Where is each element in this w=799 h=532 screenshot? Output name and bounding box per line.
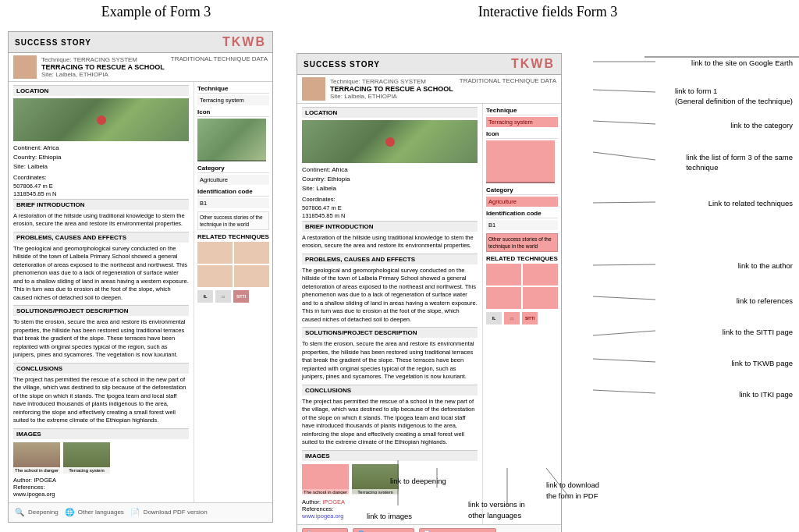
languages-btn[interactable]: Other languages: [63, 506, 124, 519]
interactive-trad-label: TRADITIONAL TECHNIQUE DATA: [458, 77, 556, 101]
trad-label: TRADITIONAL TECHNIQUE DATA: [169, 55, 268, 79]
interactive-brief-intro-header: BRIEF INTRODUCTION: [302, 221, 478, 232]
problems-header: PROBLEMS, CAUSES AND EFFECTS: [13, 232, 189, 243]
interactive-form-body: LOCATION Continent: Africa Country: Ethi…: [297, 104, 561, 524]
interactive-related-item-3[interactable]: [486, 287, 521, 309]
location-text: Continent: Africa Country: Ethiopia Site…: [13, 144, 189, 172]
images-row: The school in danger Terracing system: [13, 442, 189, 473]
coordinates: Coordinates: 507806.47 m E 1318545.85 m …: [13, 174, 189, 199]
deepening-btn[interactable]: Deepening: [13, 506, 59, 519]
interactive-logo-box-1[interactable]: IL: [486, 312, 502, 325]
interactive-sidebar-technique-value[interactable]: Terracing system: [486, 117, 558, 127]
left-section-title: Example of Form 3: [8, 4, 304, 27]
project-name: TERRACING TO RESCUE A SCHOOL: [41, 63, 165, 71]
logo-box-1: IL: [197, 290, 213, 303]
interactive-solutions-text: To stem the erosion, secure the area and…: [302, 340, 478, 381]
brief-intro-text: A restoration of the hillside using trad…: [13, 212, 189, 229]
interactive-technique-info: Technique: TERRACING SYSTEM TERRACING TO…: [330, 77, 453, 101]
logo-icons: IL □ SITTI: [197, 290, 269, 303]
interactive-sidebar-id-value: B1: [486, 220, 558, 230]
related-item-1: [197, 242, 233, 264]
interactive-form-main: LOCATION Continent: Africa Country: Ethi…: [297, 104, 483, 524]
interactive-images-header: IMAGES: [302, 450, 478, 461]
interactive-project-name: TERRACING TO RESCUE A SCHOOL: [330, 85, 453, 93]
technique-thumb: [13, 55, 37, 79]
sidebar-technique-label: Technique: [197, 85, 269, 94]
interactive-other-stories-box[interactable]: Other success stories of the technique i…: [486, 233, 558, 252]
interactive-location-map[interactable]: [302, 120, 478, 163]
interactive-story-label: SUCCESS STORY: [304, 60, 380, 69]
technique-name-label: Technique: TERRACING SYSTEM: [41, 56, 165, 63]
sidebar-category-value: Agriculture: [197, 175, 269, 185]
story-label: SUCCESS STORY: [15, 38, 91, 47]
image-thumb-2: Terracing system: [63, 442, 110, 473]
related-grid: [197, 242, 269, 287]
interactive-bottom-icons: 🔍 Deepening 🌐 Other languages 📄 Download…: [302, 528, 496, 533]
interactive-related-item-2[interactable]: [523, 264, 558, 286]
interactive-form-title: Interactive fields Form 3: [304, 4, 791, 20]
solutions-text: To stem the erosion, secure the area and…: [13, 318, 189, 360]
interactive-technique-name: Technique: TERRACING SYSTEM: [330, 78, 453, 85]
conclusions-text: The project has permitted the rescue of …: [13, 376, 189, 425]
interactive-problems-text: The geological and geomorphological surv…: [302, 267, 478, 325]
interactive-form-panel: SUCCESS STORY TKWB Technique: TERRACING …: [297, 53, 562, 532]
images-header: IMAGES: [13, 428, 189, 439]
related-item-2: [234, 242, 269, 264]
interactive-related-grid: [486, 264, 558, 309]
top-titles: Example of Form 3 Interactive fields For…: [8, 4, 791, 27]
interactive-logo-box-sitti[interactable]: SITTI: [522, 312, 538, 325]
location-header: LOCATION: [13, 85, 189, 96]
interactive-conclusions-text: The project has permitted the rescue of …: [302, 398, 478, 447]
right-section-title: Interactive fields Form 3: [304, 4, 791, 27]
langs-icon: [63, 506, 76, 519]
interactive-form-header: SUCCESS STORY TKWB: [297, 54, 561, 75]
related-techniques-label: RELATED TECHNIQUES: [197, 233, 269, 240]
technique-info: Technique: TERRACING SYSTEM TERRACING TO…: [41, 55, 165, 79]
interactive-related-item-1[interactable]: [486, 264, 521, 286]
conclusions-header: CONCLUSIONS: [13, 363, 189, 374]
interactive-site-name: Site: Lalbela, ETHIOPIA: [330, 93, 453, 100]
brief-intro-header: BRIEF INTRODUCTION: [13, 199, 189, 210]
image-thumb-1: The school in danger: [13, 442, 60, 473]
sidebar-id-label: Identification code: [197, 188, 269, 197]
interactive-sidebar-category-value[interactable]: Agriculture: [486, 197, 558, 207]
interactive-languages-btn[interactable]: 🌐 Other languages: [353, 528, 414, 533]
magnify-icon: [13, 506, 26, 519]
sidebar-technique-value: Terracing system: [197, 95, 269, 105]
pdf-icon: [129, 506, 141, 519]
interactive-conclusions-header: CONCLUSIONS: [302, 385, 478, 395]
interactive-sidebar-technique-label: Technique: [486, 107, 558, 115]
interactive-deepening-btn[interactable]: 🔍 Deepening: [302, 528, 348, 533]
interactive-image-thumb-2[interactable]: Terracing system: [352, 464, 399, 495]
interactive-tkwb-logo: TKWB: [511, 57, 555, 71]
forms-row: SUCCESS STORY TKWB Technique: TERRACING …: [8, 31, 791, 532]
related-item-3: [197, 265, 233, 287]
site-name: Site: Lalbela, ETHIOPIA: [41, 71, 165, 78]
form-bottom-bar: Deepening Other languages Download PDF v…: [9, 502, 272, 522]
tkwb-logo: TKWB: [222, 35, 266, 49]
interactive-technique-bar: Technique: TERRACING SYSTEM TERRACING TO…: [297, 75, 561, 104]
interactive-location-header: LOCATION: [302, 107, 478, 118]
form-main: LOCATION Continent: Africa Country: Ethi…: [9, 82, 194, 502]
interactive-solutions-header: SOLUTIONS/PROJECT DESCRIPTION: [302, 327, 478, 338]
interactive-pdf-btn[interactable]: 📄 Download PDF version: [419, 528, 497, 533]
interactive-author-section: Author: IPOGEA References: www.ipogea.or…: [302, 497, 478, 521]
interactive-sidebar-icon-image[interactable]: [486, 140, 555, 183]
interactive-related-techniques-label: RELATED TECHNIQUES: [486, 255, 558, 262]
author-section: Author: IPOGEA References: www.ipogea.or…: [13, 475, 189, 499]
interactive-sidebar-category-label: Category: [486, 186, 558, 195]
bottom-icons: Deepening Other languages Download PDF v…: [13, 506, 208, 519]
location-map: [13, 98, 189, 141]
page-wrapper: Example of Form 3 Interactive fields For…: [0, 0, 799, 532]
interactive-logo-icons: IL □ SITTI: [486, 312, 558, 325]
interactive-image-thumb-1[interactable]: The school in danger: [302, 464, 349, 495]
interactive-images-row: The school in danger Terracing system: [302, 464, 478, 495]
solutions-header: SOLUTIONS/PROJECT DESCRIPTION: [13, 305, 189, 316]
pdf-btn[interactable]: Download PDF version: [129, 506, 208, 519]
interactive-form-bottom-bar: 🔍 Deepening 🌐 Other languages 📄 Download…: [297, 524, 561, 533]
sidebar-icon-image: [197, 119, 266, 161]
related-item-4: [234, 265, 269, 287]
interactive-logo-box-2[interactable]: □: [504, 312, 520, 325]
interactive-related-item-4[interactable]: [523, 287, 558, 309]
interactive-sidebar-id-label: Identification code: [486, 210, 558, 218]
